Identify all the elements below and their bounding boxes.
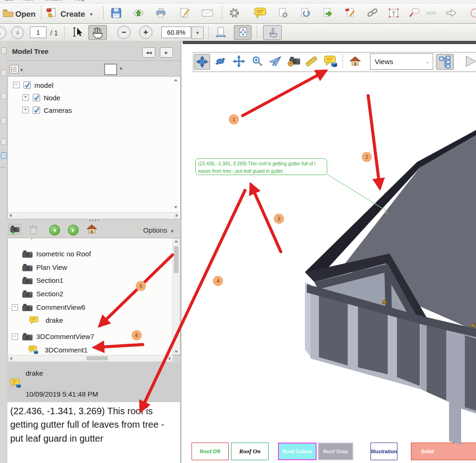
fit-page-button[interactable] — [234, 25, 251, 40]
collapse-toggle[interactable]: − — [13, 82, 20, 88]
arrow-tool-icon[interactable] — [445, 7, 457, 19]
replace-pages-icon[interactable] — [299, 7, 311, 19]
create-caret-icon[interactable]: ▼ — [89, 12, 93, 17]
view-item-3dcommentview7[interactable]: −3DCommentView7 — [8, 330, 180, 343]
view-item[interactable]: Isometric no Roof — [8, 247, 180, 261]
view-item[interactable]: Plan View — [8, 261, 180, 274]
menu-help[interactable]: Help — [74, 0, 85, 1]
rotate-tool-button[interactable] — [194, 54, 210, 70]
scroll-down-icon[interactable] — [174, 206, 178, 209]
menu-window[interactable]: Window — [44, 0, 62, 1]
fly-tool-button[interactable] — [268, 54, 283, 69]
upload-cloud-icon[interactable] — [132, 7, 145, 19]
view-item-drake[interactable]: drake — [8, 313, 180, 327]
menu-edit[interactable]: Edit — [5, 0, 13, 1]
checkbox-checked-icon[interactable] — [23, 81, 31, 89]
roof-on-button[interactable]: Roof On — [231, 443, 269, 460]
delete-pages-icon[interactable] — [277, 7, 289, 19]
signatures-icon[interactable] — [1, 138, 7, 145]
tree-item-cameras[interactable]: + Cameras — [22, 104, 72, 116]
play-animation-button[interactable] — [465, 55, 476, 68]
roof-off-button[interactable]: Roof Off — [192, 443, 229, 460]
callout-tool-icon[interactable] — [408, 7, 420, 19]
home-view-icon[interactable] — [86, 224, 97, 235]
zoom-out-button[interactable] — [117, 26, 131, 39]
views-dropdown[interactable]: Views ⌄ — [370, 53, 433, 70]
print-icon[interactable] — [155, 7, 167, 19]
gear-icon[interactable] — [228, 7, 240, 19]
view-item-commentview6[interactable]: −CommentView6 — [8, 300, 180, 314]
comment-annotation-label[interactable]: (22.436, -1.341, 3.269) This roof is get… — [195, 158, 327, 175]
tree-item-label[interactable]: Node — [44, 94, 60, 102]
touch-mode-button[interactable] — [263, 25, 282, 40]
previous-page-button[interactable] — [0, 26, 7, 39]
views-hscrollbar[interactable] — [8, 355, 173, 362]
illustration-button[interactable]: Illustration — [370, 443, 397, 460]
page-thumbnails-icon[interactable] — [1, 47, 7, 54]
menu-view[interactable]: View — [22, 0, 33, 1]
splitter-grip[interactable] — [89, 220, 99, 221]
model-tree-rail-icon[interactable] — [1, 152, 7, 159]
sign-document-icon[interactable] — [179, 7, 191, 19]
options-caret-icon[interactable]: ▼ — [170, 229, 174, 234]
tree-options-icon[interactable] — [9, 65, 19, 73]
view-item[interactable]: Section1 — [8, 274, 180, 287]
oval-tool-icon[interactable] — [469, 7, 476, 19]
measure-tool-button[interactable] — [304, 54, 319, 69]
scroll-up-icon[interactable] — [174, 79, 178, 81]
attachments-icon[interactable] — [1, 93, 7, 99]
edit-page-icon[interactable] — [344, 7, 356, 19]
color-swatch[interactable] — [104, 64, 117, 75]
camera-tool-button[interactable] — [286, 54, 301, 69]
previous-view-button[interactable] — [49, 225, 60, 235]
page-number-input[interactable]: 1 — [30, 26, 46, 38]
expand-toggle[interactable]: + — [22, 107, 29, 113]
link-icon[interactable] — [366, 7, 378, 19]
roof-gray-button[interactable]: Roof Gray — [318, 443, 353, 460]
model-tree-toggle-button[interactable] — [436, 54, 454, 70]
default-view-button[interactable] — [348, 54, 363, 69]
save-icon[interactable] — [110, 7, 122, 19]
collapse-panel-button[interactable]: ◀◀ — [142, 47, 155, 58]
tree-item-label[interactable]: model — [34, 81, 53, 89]
add-view-icon[interactable]: + — [8, 224, 21, 236]
zoom-tool-button[interactable] — [250, 54, 265, 69]
line-tool-icon[interactable] — [425, 7, 437, 19]
roof-colour-button[interactable]: Roof Colour — [278, 443, 317, 460]
pan-tool-button[interactable] — [231, 54, 246, 69]
next-view-button[interactable] — [68, 225, 79, 235]
comment-bubble-icon[interactable] — [254, 7, 266, 19]
views-vscrollbar[interactable] — [172, 238, 180, 355]
open-folder-icon[interactable] — [2, 7, 14, 19]
next-page-button[interactable] — [11, 26, 24, 39]
select-tool-icon[interactable] — [71, 26, 83, 38]
swatch-caret-icon[interactable]: ▼ — [119, 66, 123, 71]
delete-view-icon[interactable] — [29, 225, 38, 235]
zoom-level-input[interactable]: 60.8% — [161, 26, 191, 38]
solid-button[interactable]: Solid — [411, 443, 476, 460]
expand-toggle[interactable]: + — [22, 94, 29, 101]
collapse-toggle[interactable]: − — [12, 304, 18, 311]
zoom-dropdown-button[interactable]: ▼ — [192, 26, 204, 39]
spin-tool-button[interactable] — [213, 54, 228, 69]
zoom-in-button[interactable] — [139, 26, 152, 39]
tree-item-label[interactable]: Cameras — [44, 106, 72, 114]
comments-icon[interactable] — [1, 117, 7, 124]
tree-hscrollbar[interactable] — [8, 212, 179, 218]
view-item[interactable]: drake — [8, 238, 180, 242]
fit-width-icon[interactable] — [215, 26, 227, 38]
bookmarks-icon[interactable] — [1, 70, 7, 76]
email-icon[interactable] — [201, 7, 213, 19]
comment-body[interactable]: (22.436, -1.341, 3.269) This roof is get… — [7, 402, 180, 463]
checkbox-checked-icon[interactable] — [33, 94, 40, 102]
options-menu[interactable]: Options — [143, 226, 167, 234]
tree-item-model[interactable]: − model — [13, 79, 53, 91]
textbox-tool-icon[interactable]: T — [388, 7, 400, 19]
pdf-3d-canvas[interactable] — [183, 41, 476, 463]
comment-3d-tool-button[interactable] — [324, 54, 338, 69]
open-button[interactable]: Open — [15, 10, 35, 19]
view-item[interactable]: Section2 — [8, 287, 180, 300]
view-item-3dcomment1[interactable]: 3DComment1 — [8, 343, 180, 355]
hand-tool-button[interactable] — [88, 25, 107, 40]
tree-options-caret-icon[interactable]: ▼ — [20, 68, 24, 72]
